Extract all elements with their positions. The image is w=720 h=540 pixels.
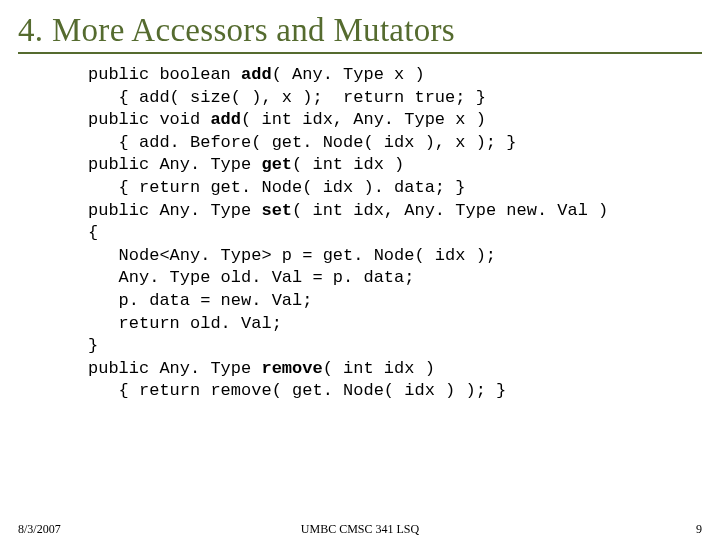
code-line-5c: ( int idx ) — [292, 155, 404, 174]
title-underline: 4. More Accessors and Mutators — [18, 12, 702, 54]
code-line-1c: ( Any. Type x ) — [272, 65, 425, 84]
code-line-3a: public void — [88, 110, 210, 129]
slide: 4. More Accessors and Mutators public bo… — [0, 0, 720, 540]
code-line-7b: set — [261, 201, 292, 220]
code-line-2: { add( size( ), x ); return true; } — [88, 88, 486, 107]
code-line-7a: public Any. Type — [88, 201, 261, 220]
code-line-3c: ( int idx, Any. Type x ) — [241, 110, 486, 129]
code-line-1b: add — [241, 65, 272, 84]
code-line-14c: ( int idx ) — [323, 359, 435, 378]
code-line-10: Any. Type old. Val = p. data; — [88, 268, 414, 287]
code-line-1a: public boolean — [88, 65, 241, 84]
code-line-8: { — [88, 223, 98, 242]
code-line-5b: get — [261, 155, 292, 174]
code-line-14a: public Any. Type — [88, 359, 261, 378]
slide-title: 4. More Accessors and Mutators — [18, 12, 702, 50]
code-block: public boolean add( Any. Type x ) { add(… — [88, 64, 702, 403]
code-line-3b: add — [210, 110, 241, 129]
code-line-15: { return remove( get. Node( idx ) ); } — [88, 381, 506, 400]
code-line-14b: remove — [261, 359, 322, 378]
code-line-4: { add. Before( get. Node( idx ), x ); } — [88, 133, 516, 152]
footer-center: UMBC CMSC 341 LSQ — [0, 522, 720, 537]
code-line-5a: public Any. Type — [88, 155, 261, 174]
code-line-6: { return get. Node( idx ). data; } — [88, 178, 465, 197]
code-line-9: Node<Any. Type> p = get. Node( idx ); — [88, 246, 496, 265]
code-line-7c: ( int idx, Any. Type new. Val ) — [292, 201, 608, 220]
code-line-13: } — [88, 336, 98, 355]
code-line-11: p. data = new. Val; — [88, 291, 312, 310]
footer-page-number: 9 — [696, 522, 702, 537]
code-line-12: return old. Val; — [88, 314, 282, 333]
